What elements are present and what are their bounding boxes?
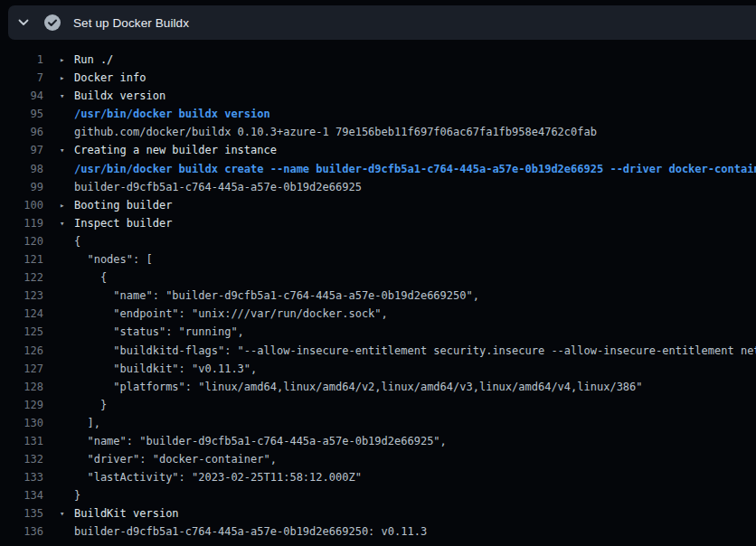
indent-spacer <box>60 450 74 468</box>
indent-spacer <box>60 486 74 504</box>
line-number[interactable]: 98 <box>0 160 43 178</box>
log-line: 1▸Run ./ <box>0 51 756 69</box>
log-line: 123 "name": "builder-d9cfb5a1-c764-445a-… <box>0 287 756 305</box>
output-text: ], <box>74 414 756 432</box>
indent-spacer <box>60 432 74 450</box>
chevron-down-icon[interactable] <box>17 16 30 29</box>
group-collapsed-arrow-icon[interactable]: ▸ <box>60 196 74 214</box>
output-text: "buildkitd-flags": "--allow-insecure-ent… <box>74 342 756 360</box>
output-text: builder-d9cfb5a1-c764-445a-a57e-0b19d2e6… <box>74 178 756 196</box>
group-title[interactable]: Creating a new builder instance <box>74 141 756 159</box>
line-number[interactable]: 125 <box>0 323 43 341</box>
indent-spacer <box>60 178 74 196</box>
line-number[interactable]: 97 <box>0 141 43 159</box>
log-line: 98/usr/bin/docker buildx create --name b… <box>0 160 756 178</box>
indent-spacer <box>60 378 74 396</box>
group-expanded-arrow-icon[interactable]: ▾ <box>60 87 74 105</box>
indent-spacer <box>60 468 74 486</box>
line-number[interactable]: 121 <box>0 250 43 268</box>
group-collapsed-arrow-icon[interactable]: ▸ <box>60 51 74 69</box>
log-line: 100▸Booting builder <box>0 196 756 214</box>
log-line: 133 "lastActivity": "2023-02-25T11:58:12… <box>0 468 756 486</box>
command-text: /usr/bin/docker buildx create --name bui… <box>74 160 756 178</box>
group-expanded-arrow-icon[interactable]: ▾ <box>60 141 74 159</box>
indent-spacer <box>60 160 74 178</box>
indent-spacer <box>60 323 74 341</box>
line-number[interactable]: 119 <box>0 214 43 232</box>
line-number[interactable]: 123 <box>0 287 43 305</box>
line-number[interactable]: 95 <box>0 105 43 123</box>
group-title[interactable]: BuildKit version <box>74 504 756 522</box>
log-output: 1▸Run ./7▸Docker info94▾Buildx version95… <box>0 40 756 546</box>
line-number[interactable]: 126 <box>0 342 43 360</box>
log-line: 97▾Creating a new builder instance <box>0 141 756 159</box>
line-number[interactable]: 130 <box>0 414 43 432</box>
line-number[interactable]: 127 <box>0 360 43 378</box>
output-text: { <box>74 232 756 250</box>
log-line: 95/usr/bin/docker buildx version <box>0 105 756 123</box>
group-expanded-arrow-icon[interactable]: ▾ <box>60 504 74 522</box>
output-text: "status": "running", <box>74 323 756 341</box>
indent-spacer <box>60 123 74 141</box>
log-line: 119▾Inspect builder <box>0 214 756 232</box>
line-number[interactable]: 134 <box>0 486 43 504</box>
log-line: 128 "platforms": "linux/amd64,linux/amd6… <box>0 378 756 396</box>
line-number[interactable]: 1 <box>0 51 43 69</box>
line-number[interactable]: 94 <box>0 87 43 105</box>
group-title[interactable]: Booting builder <box>74 196 756 214</box>
output-text: "name": "builder-d9cfb5a1-c764-445a-a57e… <box>74 287 756 305</box>
indent-spacer <box>60 287 74 305</box>
line-number[interactable]: 129 <box>0 396 43 414</box>
group-collapsed-arrow-icon[interactable]: ▸ <box>60 69 74 87</box>
output-text: "lastActivity": "2023-02-25T11:58:12.000… <box>74 468 756 486</box>
log-line: 7▸Docker info <box>0 69 756 87</box>
line-number[interactable]: 133 <box>0 468 43 486</box>
output-text: github.com/docker/buildx 0.10.3+azure-1 … <box>74 123 756 141</box>
log-line: 129 } <box>0 396 756 414</box>
line-number[interactable]: 128 <box>0 378 43 396</box>
log-line: 126 "buildkitd-flags": "--allow-insecure… <box>0 342 756 360</box>
output-text: "endpoint": "unix:///var/run/docker.sock… <box>74 305 756 323</box>
group-title[interactable]: Run ./ <box>74 51 756 69</box>
output-text: } <box>74 396 756 414</box>
group-title[interactable]: Docker info <box>74 69 756 87</box>
indent-spacer <box>60 268 74 287</box>
log-line: 132 "driver": "docker-container", <box>0 450 756 468</box>
line-number[interactable]: 131 <box>0 432 43 450</box>
line-number[interactable]: 132 <box>0 450 43 468</box>
log-line: 125 "status": "running", <box>0 323 756 341</box>
log-line: 135▾BuildKit version <box>0 504 756 522</box>
success-check-circle-icon <box>43 14 61 32</box>
output-text: "driver": "docker-container", <box>74 450 756 468</box>
indent-spacer <box>60 305 74 323</box>
group-expanded-arrow-icon[interactable]: ▾ <box>60 214 74 232</box>
indent-spacer <box>60 342 74 360</box>
log-line: 120{ <box>0 232 756 250</box>
output-text: "name": "builder-d9cfb5a1-c764-445a-a57e… <box>74 432 756 450</box>
line-number[interactable]: 135 <box>0 504 43 522</box>
line-number[interactable]: 136 <box>0 522 43 541</box>
line-number[interactable]: 99 <box>0 178 43 196</box>
line-number[interactable]: 122 <box>0 268 43 287</box>
line-number[interactable]: 96 <box>0 123 43 141</box>
line-number[interactable]: 124 <box>0 305 43 323</box>
output-text: "nodes": [ <box>74 250 756 268</box>
log-line: 99builder-d9cfb5a1-c764-445a-a57e-0b19d2… <box>0 178 756 196</box>
indent-spacer <box>60 414 74 432</box>
line-number[interactable]: 100 <box>0 196 43 214</box>
command-text: /usr/bin/docker buildx version <box>74 105 756 123</box>
indent-spacer <box>60 250 74 268</box>
output-text: } <box>74 486 756 504</box>
group-title[interactable]: Inspect builder <box>74 214 756 232</box>
indent-spacer <box>60 522 74 541</box>
log-line: 130 ], <box>0 414 756 432</box>
log-line: 121 "nodes": [ <box>0 250 756 268</box>
step-header[interactable]: Set up Docker Buildx <box>8 5 756 40</box>
log-line: 134} <box>0 486 756 504</box>
log-line: 127 "buildkit": "v0.11.3", <box>0 360 756 378</box>
line-number[interactable]: 7 <box>0 69 43 87</box>
line-number[interactable]: 120 <box>0 232 43 250</box>
indent-spacer <box>60 360 74 378</box>
group-title[interactable]: Buildx version <box>74 87 756 105</box>
log-line: 96github.com/docker/buildx 0.10.3+azure-… <box>0 123 756 141</box>
